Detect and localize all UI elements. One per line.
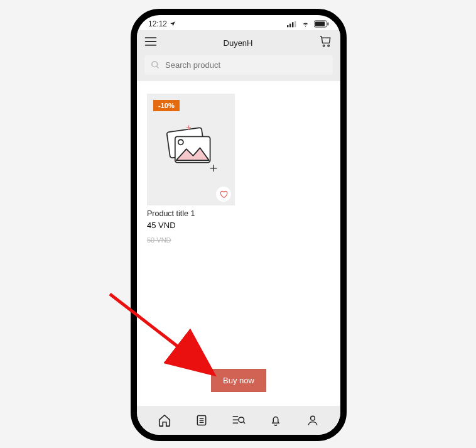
svg-rect-2 xyxy=(292,22,293,27)
app-header: DuyenH xyxy=(137,30,340,81)
svg-point-11 xyxy=(328,45,330,46)
home-icon xyxy=(158,413,171,427)
product-price: 45 VND xyxy=(147,221,235,230)
svg-point-28 xyxy=(239,417,244,422)
discount-badge: -10% xyxy=(153,100,180,111)
product-old-price: 50 VND xyxy=(147,236,235,244)
search-icon xyxy=(151,60,160,70)
nav-list-button[interactable] xyxy=(195,413,208,427)
svg-rect-0 xyxy=(287,25,288,27)
heart-icon xyxy=(219,190,228,199)
product-title: Product title 1 xyxy=(147,209,235,218)
svg-rect-3 xyxy=(295,21,296,27)
cart-icon xyxy=(319,35,333,48)
buy-now-button[interactable]: Buy now xyxy=(211,369,266,392)
list-icon xyxy=(195,414,208,427)
status-time: 12:12 xyxy=(148,19,167,28)
svg-line-13 xyxy=(156,66,158,68)
bell-icon xyxy=(269,414,282,427)
svg-rect-6 xyxy=(327,22,328,25)
nav-search-list-button[interactable] xyxy=(232,413,246,427)
svg-point-12 xyxy=(152,62,158,67)
bottom-nav xyxy=(137,406,340,435)
main-content: -10% xyxy=(137,81,340,406)
search-input[interactable] xyxy=(165,60,327,70)
location-arrow-icon xyxy=(170,21,176,27)
signal-icon xyxy=(287,21,297,28)
wifi-icon xyxy=(301,21,310,28)
svg-point-10 xyxy=(323,45,325,46)
nav-notifications-button[interactable] xyxy=(269,413,283,427)
favorite-button[interactable] xyxy=(216,187,231,202)
nav-profile-button[interactable] xyxy=(306,413,320,427)
hamburger-icon xyxy=(144,36,157,46)
battery-icon xyxy=(314,20,329,28)
svg-rect-1 xyxy=(289,23,291,27)
search-list-icon xyxy=(232,414,246,427)
hamburger-menu-button[interactable] xyxy=(144,36,157,49)
cart-button[interactable] xyxy=(319,35,333,50)
product-image: -10% xyxy=(147,94,235,205)
image-placeholder-icon xyxy=(163,125,219,174)
product-card[interactable]: -10% xyxy=(147,94,235,244)
svg-rect-5 xyxy=(315,22,325,26)
app-title: DuyenH xyxy=(224,38,253,48)
search-box[interactable] xyxy=(144,55,333,75)
svg-line-29 xyxy=(244,422,246,424)
status-bar: 12:12 xyxy=(137,15,340,30)
svg-point-30 xyxy=(311,416,315,420)
nav-home-button[interactable] xyxy=(158,413,171,427)
phone-frame: 12:12 xyxy=(131,9,347,441)
profile-icon xyxy=(306,414,319,427)
